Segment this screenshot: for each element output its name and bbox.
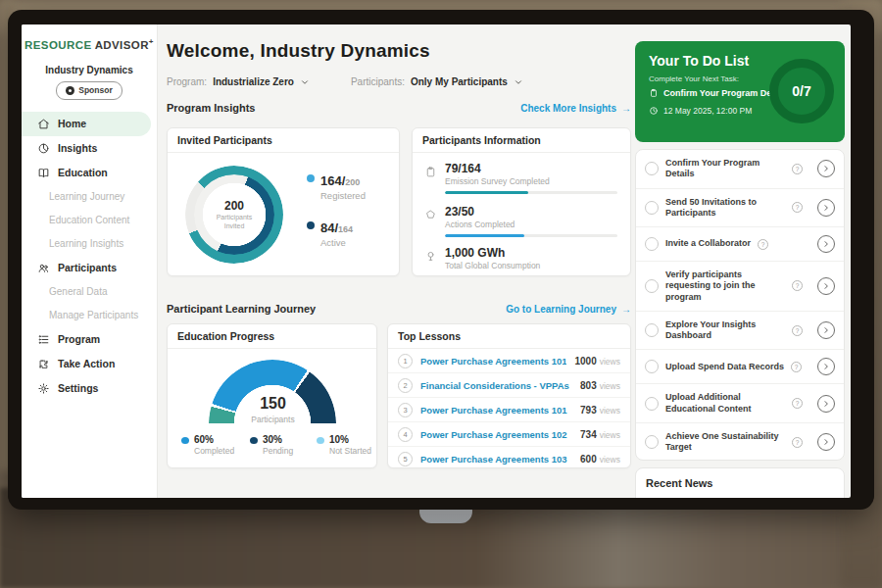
participants-information-card: Participants Information 79/164 Emission… xyxy=(412,127,631,276)
info-icon xyxy=(792,437,803,448)
lesson-rank: 2 xyxy=(398,378,413,393)
task-label: Achieve One Sustainability Target xyxy=(665,431,785,454)
legend-registered: 164/200 Registered xyxy=(307,172,366,201)
legend-dot xyxy=(250,437,258,444)
program-icon xyxy=(37,333,50,346)
lesson-link[interactable]: Power Purchase Agreements 101 xyxy=(420,405,567,416)
organization-name: Industry Dynamics xyxy=(22,65,157,75)
lesson-row: 3 Power Purchase Agreements 101 793views xyxy=(388,397,630,421)
lesson-link[interactable]: Power Purchase Agreements 103 xyxy=(420,454,567,465)
participants-icon xyxy=(37,262,50,274)
top-lessons-card: Top Lessons 1 Power Purchase Agreements … xyxy=(387,323,631,468)
todo-task-row[interactable]: Verify participants requesting to join t… xyxy=(636,261,844,311)
todo-task-row[interactable]: Invite a Collaborator xyxy=(636,226,844,261)
chevron-down-icon xyxy=(514,77,523,87)
task-checkbox[interactable] xyxy=(645,162,659,175)
program-insights-header: Program Insights Check More Insights xyxy=(167,102,631,114)
gauge-center-label: Participants xyxy=(168,415,378,424)
todo-task-row[interactable]: Upload Spend Data Records xyxy=(636,349,844,383)
consumption-icon xyxy=(424,250,437,263)
lesson-row: 5 Power Purchase Agreements 103 600views xyxy=(388,446,630,470)
lesson-row: 1 Power Purchase Agreements 101 1000view… xyxy=(388,349,630,372)
chevron-right-icon[interactable] xyxy=(817,277,835,295)
home-icon xyxy=(37,118,50,130)
chevron-right-icon[interactable] xyxy=(817,395,835,413)
chevron-right-icon[interactable] xyxy=(817,199,835,217)
todo-task-row[interactable]: Achieve One Sustainability Target xyxy=(636,422,844,461)
task-checkbox[interactable] xyxy=(645,279,659,293)
sidebar-item-program[interactable]: Program xyxy=(22,327,157,352)
info-icon xyxy=(791,362,802,372)
lesson-row: 4 Power Purchase Agreements 102 734views xyxy=(388,421,630,446)
task-checkbox[interactable] xyxy=(645,237,659,251)
chevron-right-icon[interactable] xyxy=(817,160,835,177)
chevron-right-icon[interactable] xyxy=(817,235,835,253)
todo-next-task: Confirm Your Program Details xyxy=(649,88,789,98)
program-filter[interactable]: Program: Industrialize Zero xyxy=(167,76,310,87)
legend-pending: 30%Pending xyxy=(250,434,293,456)
settings-icon xyxy=(37,382,50,395)
sidebar-item-general-data[interactable]: General Data xyxy=(22,280,157,304)
sidebar-item-home[interactable]: Home xyxy=(22,112,151,136)
info-icon xyxy=(792,202,803,213)
chevron-right-icon[interactable] xyxy=(817,358,835,375)
todo-task-row[interactable]: Explore Your Insights Dashboard xyxy=(636,311,844,350)
todo-task-row[interactable]: Confirm Your Program Details xyxy=(636,150,844,188)
legend-dot xyxy=(181,437,189,444)
lesson-row: 2 Financial Considerations - VPPAs 803vi… xyxy=(388,372,630,397)
lesson-views: 1000views xyxy=(574,356,620,367)
check-more-insights-link[interactable]: Check More Insights xyxy=(520,103,631,114)
top-lessons-list: 1 Power Purchase Agreements 101 1000view… xyxy=(388,349,630,470)
participants-filter[interactable]: Participants: Only My Participants xyxy=(351,76,523,87)
lesson-views: 793views xyxy=(580,405,620,416)
screen: RESOURCE ADVISOR+ Industry Dynamics Spon… xyxy=(22,24,851,498)
sidebar-item-education-content[interactable]: Education Content xyxy=(22,209,157,232)
legend-not-started: 10%Not Started xyxy=(317,434,371,456)
task-label: Upload Spend Data Records xyxy=(665,362,784,372)
sidebar-item-manage-participants[interactable]: Manage Participants xyxy=(22,304,157,327)
chevron-right-icon[interactable] xyxy=(817,321,835,339)
sidebar-item-insights[interactable]: Insights xyxy=(22,136,157,161)
task-checkbox[interactable] xyxy=(645,360,659,373)
sidebar: RESOURCE ADVISOR+ Industry Dynamics Spon… xyxy=(22,24,158,498)
lesson-link[interactable]: Power Purchase Agreements 101 xyxy=(420,356,566,367)
legend-active: 84/164 Active xyxy=(307,219,353,248)
go-to-learning-journey-link[interactable]: Go to Learning Journey xyxy=(506,304,631,315)
lesson-link[interactable]: Financial Considerations - VPPAs xyxy=(420,380,569,391)
chevron-right-icon[interactable] xyxy=(817,433,835,451)
sidebar-item-participants[interactable]: Participants xyxy=(22,256,157,280)
sidebar-item-settings[interactable]: Settings xyxy=(22,376,157,401)
task-checkbox[interactable] xyxy=(645,397,659,411)
todo-task-row[interactable]: Send 50 Invitations to Participants xyxy=(636,188,844,227)
page-title: Welcome, Industry Dynamics xyxy=(167,40,430,62)
todo-task-row[interactable]: Upload Additional Educational Content xyxy=(636,383,844,422)
lesson-views: 600views xyxy=(580,454,620,465)
todo-task-card: Confirm Your Program Details Send 50 Inv… xyxy=(635,149,845,461)
sidebar-nav: Home Insights Education Learning Journey… xyxy=(22,112,157,401)
chevron-down-icon xyxy=(300,77,310,87)
sidebar-item-education[interactable]: Education xyxy=(22,161,157,185)
task-checkbox[interactable] xyxy=(645,435,659,449)
donut-center: 200 Participants Invited xyxy=(209,189,260,240)
legend-dot xyxy=(317,437,324,444)
sidebar-item-take-action[interactable]: Take Action xyxy=(22,352,157,376)
progress-bar xyxy=(445,191,617,194)
task-label: Upload Additional Educational Content xyxy=(665,392,785,415)
clock-icon xyxy=(649,106,659,116)
sidebar-item-learning-journey[interactable]: Learning Journey xyxy=(22,185,157,209)
todo-subtitle: Complete Your Next Task: xyxy=(649,74,739,83)
card-title: Participants Information xyxy=(413,128,630,153)
todo-due-date: 12 May 2025, 12:00 PM xyxy=(649,106,752,116)
task-checkbox[interactable] xyxy=(645,201,659,215)
lesson-link[interactable]: Power Purchase Agreements 102 xyxy=(420,429,567,440)
gauge-center-value: 150 xyxy=(168,395,378,413)
info-icon xyxy=(792,280,803,291)
stat-actions-completed: 23/50 Actions Completed xyxy=(424,205,616,237)
card-title: Education Progress xyxy=(168,324,376,349)
section-title: Participant Learning Journey xyxy=(167,303,316,315)
sidebar-item-learning-insights[interactable]: Learning Insights xyxy=(22,232,157,256)
lesson-views: 803views xyxy=(580,380,620,391)
task-checkbox[interactable] xyxy=(645,323,659,337)
info-icon xyxy=(792,325,803,336)
actions-icon xyxy=(424,209,437,221)
